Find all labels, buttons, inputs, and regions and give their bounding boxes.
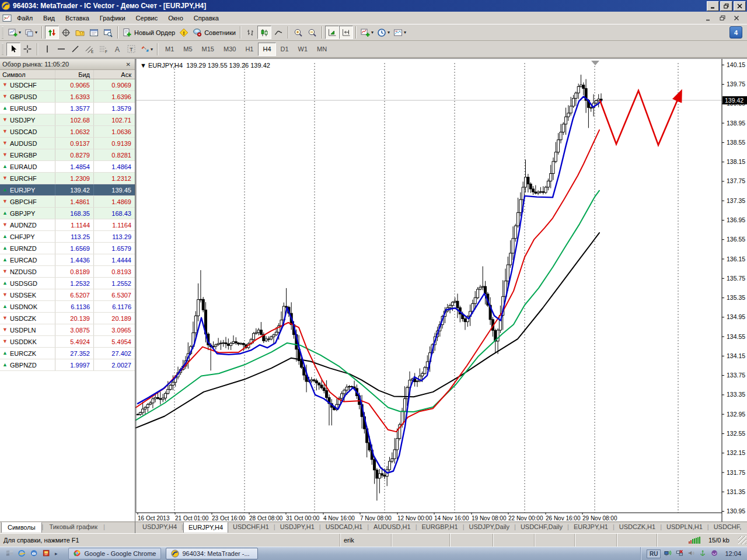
market-row-EURNZD[interactable]: ▲EURNZD1.65691.6579 xyxy=(0,243,135,254)
timeframe-h4-button[interactable]: H4 xyxy=(258,43,275,56)
market-row-USDJPY[interactable]: ▼USDJPY102.68102.71 xyxy=(0,114,135,126)
market-row-NZDUSD[interactable]: ▼NZDUSD0.81890.8193 xyxy=(0,266,135,278)
profiles-dropdown-icon[interactable]: ▾ xyxy=(35,30,37,35)
cursor-button[interactable] xyxy=(6,43,20,56)
templates-button[interactable]: ▾ xyxy=(392,26,408,39)
timeframe-m5-button[interactable]: M5 xyxy=(179,43,197,56)
minimize-button[interactable] xyxy=(707,1,719,11)
market-row-USDPLN[interactable]: ▼USDPLN3.08753.0965 xyxy=(0,324,135,336)
toolbar-grip[interactable] xyxy=(2,43,4,55)
profiles-button[interactable]: ▾ xyxy=(23,26,39,39)
indicators-list-button[interactable]: ▾ xyxy=(359,26,375,39)
vertical-line-button[interactable] xyxy=(40,43,54,56)
market-row-USDSEK[interactable]: ▼USDSEK6.52076.5307 xyxy=(0,289,135,301)
timeframe-w1-button[interactable]: W1 xyxy=(294,43,313,56)
market-row-USDCAD[interactable]: ▼USDCAD1.06321.0636 xyxy=(0,126,135,138)
chart-window-icon[interactable] xyxy=(2,13,12,23)
arrows-button[interactable]: ▾ xyxy=(138,43,155,56)
timeframe-m1-button[interactable]: M1 xyxy=(160,43,179,56)
arrows-dropdown-icon[interactable]: ▾ xyxy=(151,47,153,52)
resize-grip[interactable] xyxy=(738,536,746,544)
internet-explorer-icon[interactable] xyxy=(18,550,26,558)
menu-вставка[interactable]: Вставка xyxy=(60,13,95,23)
timeframe-m15-button[interactable]: M15 xyxy=(197,43,219,56)
market-row-USDSGD[interactable]: ▲USDSGD1.25321.2552 xyxy=(0,278,135,289)
chart-tab-AUDUSD-H1[interactable]: AUDUSD,H1 xyxy=(369,522,416,532)
restore-button[interactable] xyxy=(720,1,732,11)
browser-tray-icon[interactable] xyxy=(711,550,719,558)
market-row-GBPUSD[interactable]: ▼GBPUSD1.63931.6396 xyxy=(0,91,135,103)
line-chart-button[interactable] xyxy=(271,26,285,39)
market-row-USDCHF[interactable]: ▼USDCHF0.90650.9069 xyxy=(0,79,135,91)
close-button[interactable] xyxy=(734,1,746,11)
chart-tab-USDJPY-H1[interactable]: USDJPY,H1 xyxy=(275,522,319,532)
market-watch-close-icon[interactable]: ✕ xyxy=(124,61,132,68)
mdi-restore-button[interactable] xyxy=(718,14,727,22)
horizontal-line-button[interactable] xyxy=(54,43,68,56)
market-row-AUDNZD[interactable]: ▼AUDNZD1.11441.1164 xyxy=(0,219,135,231)
volume-icon[interactable] xyxy=(687,550,696,558)
chart-tab-USDJPY-Daily[interactable]: USDJPY,Daily xyxy=(465,522,515,532)
timeframe-m30-button[interactable]: M30 xyxy=(219,43,240,56)
timeframe-mn-button[interactable]: MN xyxy=(312,43,331,56)
chart-tab-EURJPY-H1[interactable]: EURJPY,H1 xyxy=(569,522,613,532)
market-row-EURCZK[interactable]: ▲EURCZK27.35227.402 xyxy=(0,348,135,359)
trendline-button[interactable] xyxy=(68,43,82,56)
chart-tab-USDJPY-H4[interactable]: USDJPY,H4 xyxy=(138,522,181,532)
strategy-tester-button[interactable] xyxy=(101,26,115,39)
toolbar-grip[interactable] xyxy=(2,27,4,38)
zoom-out-button[interactable] xyxy=(305,26,319,39)
zoom-in-button[interactable] xyxy=(291,26,305,39)
crosshair-button[interactable] xyxy=(20,43,34,56)
equidistant-channel-button[interactable]: E xyxy=(82,43,96,56)
price-chart[interactable]: 140.15139.75139.35138.95138.55138.15137.… xyxy=(135,59,747,522)
chart-tab-USDCHF-[interactable]: USDCHF, xyxy=(709,522,746,532)
market-row-USDCZK[interactable]: ▼USDCZK20.13920.189 xyxy=(0,313,135,324)
timeframe-d1-button[interactable]: D1 xyxy=(276,43,294,56)
chart-tab-USDCAD-H1[interactable]: USDCAD,H1 xyxy=(321,522,368,532)
market-watch-tab-symbols[interactable]: Символы xyxy=(1,522,42,533)
text-label-button[interactable]: T xyxy=(124,43,138,56)
menu-графики[interactable]: Графики xyxy=(95,13,131,23)
menu-файл[interactable]: Файл xyxy=(12,13,38,23)
market-watch-button[interactable] xyxy=(45,26,59,39)
market-watch-tab-tick-chart[interactable]: Тиковый график xyxy=(43,522,103,532)
text-button[interactable]: A xyxy=(110,43,124,56)
market-row-GBPJPY[interactable]: ▲GBPJPY168.35168.43 xyxy=(0,208,135,219)
network-activity-icon[interactable] xyxy=(664,550,672,558)
language-indicator[interactable]: RU xyxy=(647,550,661,558)
market-row-GBPNZD[interactable]: ▲GBPNZD1.99972.0027 xyxy=(0,359,135,371)
mdi-close-button[interactable] xyxy=(732,14,741,22)
new-chart-dropdown-icon[interactable]: ▾ xyxy=(19,30,21,35)
market-row-USDNOK[interactable]: ▲USDNOK6.11366.1176 xyxy=(0,301,135,313)
chart-tab-USDCHF-H1[interactable]: USDCHF,H1 xyxy=(228,522,274,532)
mail-icon[interactable] xyxy=(30,550,39,558)
periods-button[interactable]: ▾ xyxy=(375,26,392,39)
templates-dropdown-icon[interactable]: ▾ xyxy=(404,30,406,35)
candlestick-chart-button[interactable] xyxy=(257,26,271,39)
news-counter-badge[interactable]: 4 xyxy=(729,26,742,38)
chart-tab-USDCHF-Daily[interactable]: USDCHF,Daily xyxy=(516,522,567,532)
menu-вид[interactable]: Вид xyxy=(38,13,60,23)
metaeditor-button[interactable]: ! xyxy=(177,26,191,39)
auto-scroll-button[interactable] xyxy=(325,26,339,39)
xp-app-icon[interactable]: XP xyxy=(43,550,51,558)
fibonacci-button[interactable]: F xyxy=(96,43,110,56)
market-row-CHFJPY[interactable]: ▲CHFJPY113.25113.29 xyxy=(0,231,135,243)
new-order-button[interactable]: Новый Ордер xyxy=(121,26,177,39)
task-button-metatrader[interactable]: 964034: MetaTrader -... xyxy=(166,548,258,559)
market-row-EURAUD[interactable]: ▲EURAUD1.48541.4864 xyxy=(0,161,135,173)
usb-icon[interactable] xyxy=(699,550,707,558)
network-error-icon[interactable] xyxy=(676,550,684,558)
menu-справка[interactable]: Справка xyxy=(189,13,224,23)
chart-tab-EURJPY-H4[interactable]: EURJPY,H4 xyxy=(183,522,228,533)
chart-tab-USDCZK-H1[interactable]: USDCZK,H1 xyxy=(615,522,660,532)
timeframe-h1-button[interactable]: H1 xyxy=(240,43,258,56)
data-window-button[interactable] xyxy=(59,26,73,39)
menu-сервис[interactable]: Сервис xyxy=(131,13,163,23)
new-chart-button[interactable]: ▾ xyxy=(6,26,23,39)
quicklaunch-expand-icon[interactable]: ▸ xyxy=(55,551,58,556)
chart-tab-USDPLN-H1[interactable]: USDPLN,H1 xyxy=(662,522,707,532)
market-row-EURUSD[interactable]: ▲EURUSD1.35771.3579 xyxy=(0,103,135,114)
expert-advisors-button[interactable]: Советники xyxy=(191,26,238,39)
